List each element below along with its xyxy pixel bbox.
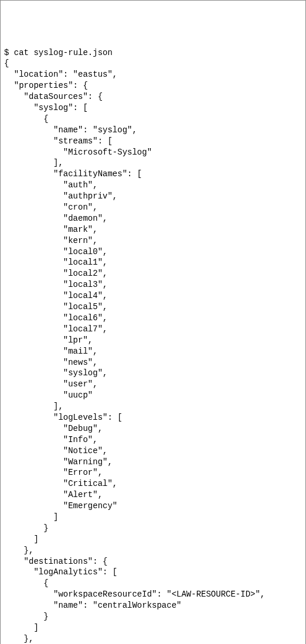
command-name: cat	[14, 48, 29, 57]
terminal-output: $ cat syslog-rule.json { "location": "ea…	[4, 47, 302, 644]
json-output: { "location": "eastus", "properties": { …	[4, 59, 265, 644]
prompt-symbol: $	[4, 48, 9, 57]
command-arg: syslog-rule.json	[33, 48, 112, 57]
